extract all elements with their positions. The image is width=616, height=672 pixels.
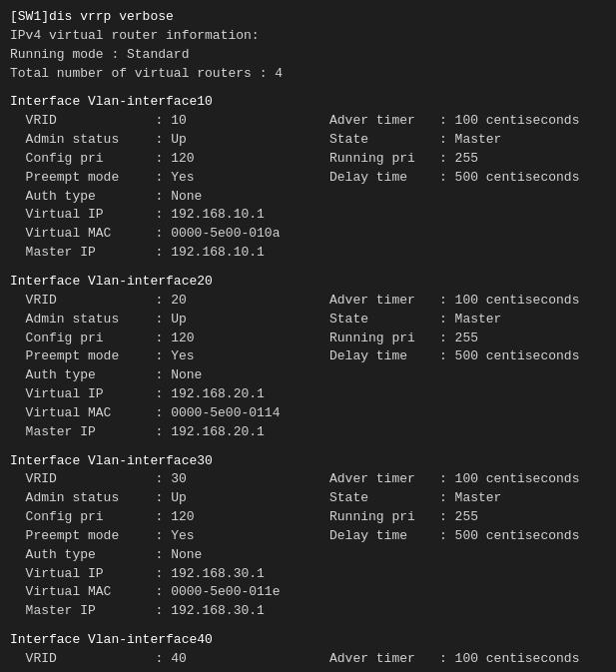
iface0-name: Interface Vlan-interface10	[10, 93, 329, 112]
iface2-admin: Admin status: Up	[10, 489, 329, 508]
header2: Running mode : Standard	[10, 46, 606, 65]
header1: IPv4 virtual router information:	[10, 27, 606, 46]
iface2-spacer	[329, 452, 606, 471]
iface1-vmac: Virtual MAC: 0000-5e00-0114	[10, 404, 329, 423]
terminal: [SW1]dis vrrp verbose IPv4 virtual route…	[10, 8, 606, 672]
iface0-runpri: Running pri: 255	[329, 150, 606, 169]
iface1-preempt: Preempt mode: Yes	[10, 347, 329, 366]
interface-block-3: Interface Vlan-interface40 VRID: 40 Admi…	[10, 631, 606, 672]
header3: Total number of virtual routers : 4	[10, 65, 606, 84]
iface0-spacer	[329, 93, 606, 112]
iface0-vrid: VRID: 10	[10, 112, 329, 131]
iface1-delay: Delay time: 500 centiseconds	[329, 347, 606, 366]
iface1-vip: Virtual IP: 192.168.20.1	[10, 385, 329, 404]
iface1-spacer	[329, 273, 606, 292]
iface2-state: State: Master	[329, 489, 606, 508]
iface2-vip: Virtual IP: 192.168.30.1	[10, 565, 329, 584]
iface2-auth: Auth type: None	[10, 546, 329, 565]
iface1-masterip: Master IP: 192.168.20.1	[10, 423, 329, 442]
iface1-vrid: VRID: 20	[10, 292, 329, 311]
prompt-line: [SW1]dis vrrp verbose	[10, 8, 606, 27]
interface-block-2: Interface Vlan-interface30 VRID: 30 Admi…	[10, 452, 606, 622]
iface1-admin: Admin status: Up	[10, 311, 329, 330]
iface2-masterip: Master IP: 192.168.30.1	[10, 602, 329, 621]
iface2-configpri: Config pri: 120	[10, 508, 329, 527]
iface1-auth: Auth type: None	[10, 366, 329, 385]
iface2-vrid: VRID: 30	[10, 470, 329, 489]
iface0-vip: Virtual IP: 192.168.10.1	[10, 206, 329, 225]
iface0-auth: Auth type: None	[10, 188, 329, 207]
iface2-preempt: Preempt mode: Yes	[10, 527, 329, 546]
iface2-adver: Adver timer: 100 centiseconds	[329, 470, 606, 489]
iface3-adver: Adver timer: 100 centiseconds	[329, 650, 606, 669]
iface0-configpri: Config pri: 120	[10, 150, 329, 169]
interface-block-0: Interface Vlan-interface10 VRID: 10 Admi…	[10, 93, 606, 263]
iface1-runpri: Running pri: 255	[329, 330, 606, 348]
iface2-vmac: Virtual MAC: 0000-5e00-011e	[10, 583, 329, 602]
iface2-delay: Delay time: 500 centiseconds	[329, 527, 606, 546]
iface0-state: State: Master	[329, 131, 606, 150]
iface1-adver: Adver timer: 100 centiseconds	[329, 292, 606, 311]
iface3-name: Interface Vlan-interface40	[10, 631, 329, 650]
iface0-preempt: Preempt mode: Yes	[10, 169, 329, 188]
iface2-runpri: Running pri: 255	[329, 508, 606, 527]
iface1-configpri: Config pri: 120	[10, 330, 329, 348]
iface1-name: Interface Vlan-interface20	[10, 273, 329, 292]
iface0-vmac: Virtual MAC: 0000-5e00-010a	[10, 225, 329, 244]
iface0-adver: Adver timer: 100 centiseconds	[329, 112, 606, 131]
iface2-name: Interface Vlan-interface30	[10, 452, 329, 471]
iface3-spacer	[329, 631, 606, 650]
iface1-state: State: Master	[329, 311, 606, 330]
iface3-vrid: VRID: 40	[10, 650, 329, 669]
interface-block-1: Interface Vlan-interface20 VRID: 20 Admi…	[10, 273, 606, 442]
iface0-admin: Admin status: Up	[10, 131, 329, 150]
iface0-delay: Delay time: 500 centiseconds	[329, 169, 606, 188]
iface0-masterip: Master IP: 192.168.10.1	[10, 244, 329, 263]
